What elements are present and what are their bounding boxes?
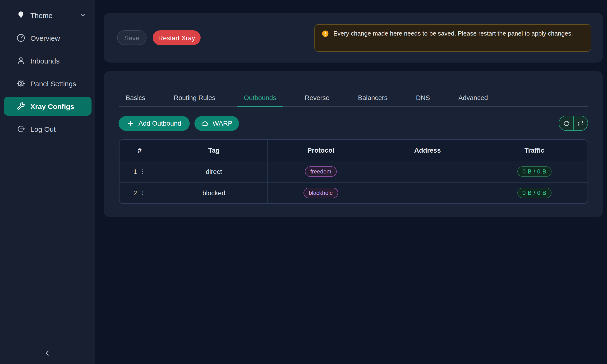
plus-icon — [127, 120, 134, 127]
traffic-badge: 0 B / 0 B — [517, 166, 552, 177]
protocol-badge: blackhole — [304, 188, 338, 198]
sidebar-item-xray-configs[interactable]: Xray Configs — [4, 97, 92, 116]
reload-button[interactable] — [573, 116, 588, 130]
xray-config-card: Basics Routing Rules Outbounds Reverse B… — [104, 71, 603, 217]
sidebar-item-label: Inbounds — [30, 57, 60, 65]
sidebar-item-label: Panel Settings — [30, 79, 76, 88]
save-button[interactable]: Save — [117, 30, 146, 45]
sidebar-item-panel-settings[interactable]: Panel Settings — [4, 74, 92, 93]
tag-cell: direct — [160, 161, 268, 182]
sidebar-item-label: Log Out — [30, 125, 56, 133]
sidebar-menu: Overview Inbounds — [0, 28, 95, 138]
outbounds-actions-row: Add Outbound WARP — [119, 116, 588, 131]
traffic-badge: 0 B / 0 B — [517, 188, 552, 198]
main-content: Save Restart Xray Every change made here… — [95, 0, 607, 364]
tab-dns[interactable]: DNS — [409, 93, 436, 106]
sidebar: Theme Overview — [0, 0, 95, 364]
restart-warning-alert: Every change made here needs to be saved… — [314, 24, 591, 52]
column-header-protocol: Protocol — [268, 140, 374, 161]
chevron-left-icon — [43, 349, 52, 357]
sidebar-item-label: Overview — [30, 34, 60, 42]
chevron-down-icon — [79, 11, 87, 19]
row-number: 1 — [133, 168, 137, 175]
protocol-cell: blackhole — [268, 182, 374, 203]
tag-cell: blocked — [160, 182, 268, 203]
alert-text: Every change made here needs to be saved… — [333, 28, 573, 39]
index-cell: 2 — [119, 182, 160, 203]
column-header-tag: Tag — [160, 140, 268, 161]
repeat-icon — [577, 120, 584, 127]
logout-icon — [16, 124, 26, 134]
tab-reverse[interactable]: Reverse — [298, 93, 336, 106]
gear-icon — [16, 79, 26, 88]
row-number: 2 — [133, 189, 137, 197]
sidebar-item-inbounds[interactable]: Inbounds — [4, 51, 92, 70]
toolbar: Save Restart Xray — [117, 30, 201, 45]
warp-label: WARP — [213, 119, 232, 127]
protocol-cell: freedom — [268, 161, 374, 182]
theme-selector[interactable]: Theme — [4, 6, 91, 25]
tab-advanced[interactable]: Advanced — [452, 93, 495, 106]
tab-basics[interactable]: Basics — [119, 93, 152, 106]
refresh-button[interactable] — [559, 116, 573, 130]
table-header: # Tag Protocol Address Traffic — [119, 140, 588, 161]
sidebar-item-overview[interactable]: Overview — [4, 28, 92, 47]
address-cell — [374, 161, 481, 182]
add-outbound-button[interactable]: Add Outbound — [119, 116, 190, 130]
table-row: 1 direct freedom — [119, 161, 588, 182]
warp-button[interactable]: WARP — [195, 116, 239, 130]
cloud-icon — [201, 120, 208, 127]
theme-label: Theme — [30, 11, 74, 19]
outbounds-table: # Tag Protocol Address Traffic 1 — [119, 139, 588, 204]
save-restart-card: Save Restart Xray Every change made here… — [104, 13, 603, 63]
warning-icon — [321, 30, 329, 38]
xray-configs-page: Theme Overview — [0, 0, 607, 364]
restart-xray-button[interactable]: Restart Xray — [153, 30, 201, 45]
refresh-button-group — [559, 116, 588, 131]
wrench-icon — [16, 102, 26, 111]
lightbulb-icon — [16, 11, 26, 20]
tab-routing-rules[interactable]: Routing Rules — [167, 93, 222, 106]
index-cell: 1 — [119, 161, 160, 182]
add-outbound-label: Add Outbound — [138, 119, 181, 127]
user-icon — [16, 56, 26, 65]
tab-balancers[interactable]: Balancers — [351, 93, 394, 106]
tab-outbounds[interactable]: Outbounds — [237, 93, 283, 106]
sidebar-item-log-out[interactable]: Log Out — [4, 119, 92, 138]
column-header-address: Address — [374, 140, 481, 161]
address-cell — [374, 182, 481, 203]
sidebar-item-label: Xray Configs — [30, 102, 74, 110]
sidebar-collapse-button[interactable] — [40, 347, 55, 359]
traffic-cell: 0 B / 0 B — [481, 182, 588, 203]
sync-icon — [563, 120, 570, 127]
row-menu-icon[interactable] — [139, 190, 146, 196]
protocol-badge: freedom — [305, 166, 336, 177]
config-tabs: Basics Routing Rules Outbounds Reverse B… — [119, 71, 588, 107]
table-row: 2 blocked blackhole — [119, 182, 588, 203]
column-header-index: # — [119, 140, 160, 161]
column-header-traffic: Traffic — [481, 140, 588, 161]
traffic-cell: 0 B / 0 B — [481, 161, 588, 182]
row-menu-icon[interactable] — [139, 168, 146, 175]
gauge-icon — [16, 33, 26, 43]
